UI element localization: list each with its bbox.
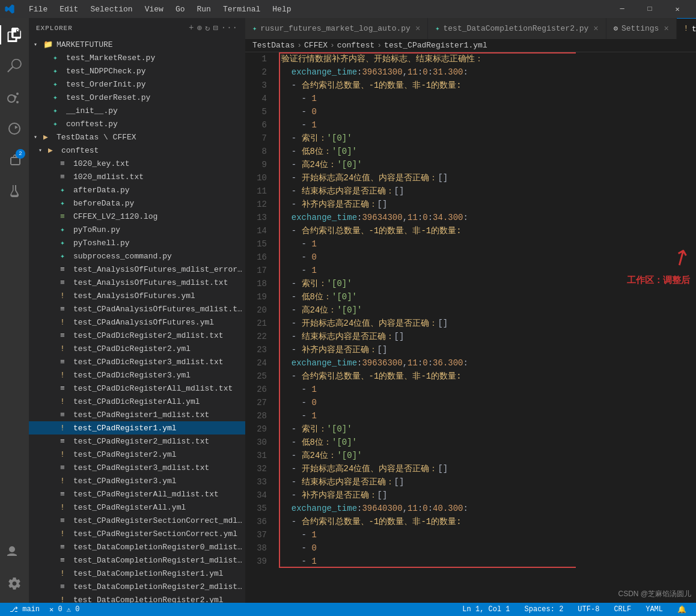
test-activity-icon[interactable] [0,177,29,206]
sidebar-item-cpad-dicregister2-txt[interactable]: ≡ test_CPadDicRegister2_mdlist.txt [29,329,245,342]
sidebar-item-cpad-register1-mdlist[interactable]: ≡ test_CPadRegister1_mdlist.txt [29,408,245,421]
menu-go[interactable]: Go [171,4,190,15]
code-line-11: - 结束标志内容是否正确：[] [281,184,576,198]
refresh-icon[interactable]: ↻ [205,23,210,33]
sidebar-item-analysis-error-txt[interactable]: ≡ test_AnalysisOfFutures_mdlist_error.tx… [29,263,245,276]
search-activity-icon[interactable] [0,52,29,81]
sidebar-item-pytorun[interactable]: ✦ pyToRun.py [29,223,245,236]
code-line-39: - 1 [281,555,576,568]
breadcrumb-part[interactable]: test_CPadRegister1.yml [384,41,487,50]
sidebar-item-cpad-registerall-yml[interactable]: ! test_CPadRegisterAll.yml [29,501,245,514]
breadcrumb-part[interactable]: TestDatas [252,41,295,50]
yml-warn-icon: ! [60,503,71,512]
status-encoding[interactable]: UTF-8 [573,603,604,616]
sidebar-item-datacompletion-register0-mdlist[interactable]: ≡ test_DataCompletionRegister0_mdlist.tx… [29,540,245,553]
sidebar-item-cpad-register1-yml[interactable]: ! test_CPadRegister1.yml [29,421,245,435]
tab-datacompletion-register2[interactable]: ✦ test_DataCompletionRegister2.py × [428,18,606,39]
sidebar-item-datacompletion-register1-yml[interactable]: ! test_DataCompletionRegister1.yml [29,567,245,580]
status-errors[interactable]: ✕ 0 ⚠ 0 [44,603,84,616]
sidebar-item-cpad-sectioncorrect-mdlist[interactable]: ≡ test_CPadRegisterSectionCorrect_mdlist… [29,514,245,527]
new-file-icon[interactable]: + [189,23,194,33]
sidebar-item-cpad-dicregister2-yml[interactable]: ! test_CPadDicRegister2.yml [29,342,245,355]
code-line-3: - 合约索引总数量、-1的数量、非-1的数量: [281,79,576,92]
sidebar-item-label: test_MarketReset.py [66,53,155,63]
status-language[interactable]: YAML [641,603,668,616]
status-spaces[interactable]: Spaces: 2 [520,603,569,616]
sidebar-item-cpad-analysis-txt[interactable]: ≡ test_CPadAnalysisOfFutures_mdlist.txt [29,302,245,316]
py-icon: ✦ [60,225,71,234]
sidebar-item-cpad-register2-yml[interactable]: ! test_CPadRegister2.yml [29,448,245,461]
sidebar-item-pytoshell[interactable]: ✦ pyToshell.py [29,236,245,249]
menu-run[interactable]: Run [192,4,215,15]
code-line-29: - 索引：'[0]' [281,422,576,436]
sidebar-item-beforedata[interactable]: ✦ beforeData.py [29,197,245,210]
yml-warn-icon: ! [60,424,71,433]
sidebar-item-datacompletion-register1-mdlist[interactable]: ≡ test_DataCompletionRegister1_mdlist.tx… [29,553,245,567]
sidebar-item-testdatas-cffex[interactable]: ▾ ▶ TestDatas \ CFFEX [29,130,245,144]
menu-view[interactable]: View [140,4,168,15]
status-notification-icon[interactable]: 🔔 [673,603,691,616]
menu-file[interactable]: File [24,4,52,15]
sidebar-item-cpad-sectioncorrect-yml[interactable]: ! test_CPadRegisterSectionCorrect.yml [29,527,245,540]
code-line-2: exchange_time:39631300,11:0:31.300: [281,66,576,79]
py-icon: ✦ [60,198,71,208]
breadcrumb-part[interactable]: CFFEX [304,41,328,50]
sidebar-item-test-marketreset[interactable]: ✦ test_MarketReset.py [29,51,245,64]
sidebar-item-conftest-folder[interactable]: ▾ ▶ conftest [29,144,245,157]
close-tab-icon[interactable]: × [593,24,598,34]
run-debug-activity-icon[interactable] [0,114,29,143]
status-branch[interactable]: ⎇ main [5,603,44,616]
sidebar-item-1020-key[interactable]: ≡ 1020_key.txt [29,157,245,170]
sidebar-item-cpad-register3-yml[interactable]: ! test_CPadRegister3.yml [29,474,245,487]
close-tab-icon[interactable]: × [664,24,668,34]
more-actions-icon[interactable]: ··· [221,23,238,33]
extensions-activity-icon[interactable]: 2 [0,145,29,174]
menu-terminal[interactable]: Terminal [218,4,265,15]
settings-icon[interactable] [0,569,29,598]
minimize-button[interactable]: ─ [608,0,636,18]
sidebar-item-test-orderreset[interactable]: ✦ test_OrderReset.py [29,91,245,104]
branch-name: main [22,605,40,614]
sidebar-item-cpad-dicregister3-txt[interactable]: ≡ test_CPadDicRegister3_mdlist.txt [29,355,245,368]
sidebar-item-cpad-dicregisterall-yml[interactable]: ! test_CPadDicRegisterAll.yml [29,395,245,408]
sidebar-item-subprocess[interactable]: ✦ subprocess_command.py [29,249,245,263]
sidebar-item-test-ndppcheck[interactable]: ✦ test_NDPPCheck.py [29,64,245,78]
close-tab-icon[interactable]: × [415,24,420,34]
explorer-activity-icon[interactable] [0,20,29,49]
sidebar-item-analysis-txt[interactable]: ≡ test_AnalysisOfFutures_mdlist.txt [29,276,245,289]
sidebar-item-marketfuture[interactable]: ▾ 📁 MARKETFUTURE [29,38,245,51]
source-control-activity-icon[interactable] [0,83,29,112]
remote-icon[interactable] [0,538,29,567]
sidebar-item-cpad-analysis-yml[interactable]: ! test_CPadAnalysisOfFutures.yml [29,316,245,329]
status-eol[interactable]: CRLF [609,603,636,616]
new-folder-icon[interactable]: ⊕ [197,23,202,33]
close-button[interactable]: ✕ [664,0,691,18]
settings-tab-icon: ⚙ [614,24,618,33]
tab-cpad-register1-yml[interactable]: ! test_CPadRegister1.yml × [677,18,696,39]
sidebar-item-cffex-log[interactable]: ≡ CFFEX_LV2_1120.log [29,210,245,223]
sidebar-item-datacompletion-register2-mdlist[interactable]: ≡ test_DataCompletionRegister2_mdlist.tx… [29,580,245,593]
sidebar-item-datacompletion-register2-yml[interactable]: ! test_DataCompletionRegister2.yml [29,593,245,603]
code-line-21: - 开始标志高24位值、内容是否正确：[] [281,317,576,330]
sidebar-item-cpad-registerall-mdlist[interactable]: ≡ test_CPadRegisterAll_mdlist.txt [29,487,245,501]
tab-settings[interactable]: ⚙ Settings × [606,18,677,39]
code-editor[interactable]: 验证行情数据补齐内容、开始标志、结束标志正确性： exchange_time:3… [276,52,576,603]
sidebar-item-conftest-root[interactable]: ✦ conftest.py [29,117,245,130]
sidebar-item-1020-mdlist[interactable]: ≡ 1020_mdlist.txt [29,170,245,183]
sidebar-item-cpad-register2-mdlist[interactable]: ≡ test_CPadRegister2_mdlist.txt [29,435,245,448]
sidebar-item-analysis-yml[interactable]: ! test_AnalysisOfFutures.yml [29,289,245,302]
tab-rusur[interactable]: ✦ rusur_futures_market_log_auto.py × [245,18,428,39]
status-line-col[interactable]: Ln 1, Col 1 [457,603,514,616]
sidebar-item-init[interactable]: ✦ __init__.py [29,104,245,117]
sidebar-item-afterdata[interactable]: ✦ afterData.py [29,183,245,197]
sidebar-item-cpad-dicregister3-yml[interactable]: ! test_CPadDicRegister3.yml [29,368,245,382]
collapse-icon[interactable]: ⊟ [213,23,218,33]
sidebar-item-cpad-register3-mdlist[interactable]: ≡ test_CPadRegister3_mdlist.txt [29,461,245,474]
sidebar-item-cpad-dicregisterall-txt[interactable]: ≡ test_CPadDicRegisterAll_mdlist.txt [29,382,245,395]
breadcrumb-part[interactable]: conftest [337,41,374,50]
maximize-button[interactable]: □ [636,0,664,18]
sidebar-item-test-orderinit[interactable]: ✦ test_OrderInit.py [29,78,245,91]
menu-selection[interactable]: Selection [85,4,137,15]
menu-edit[interactable]: Edit [55,4,83,15]
menu-help[interactable]: Help [267,4,296,15]
